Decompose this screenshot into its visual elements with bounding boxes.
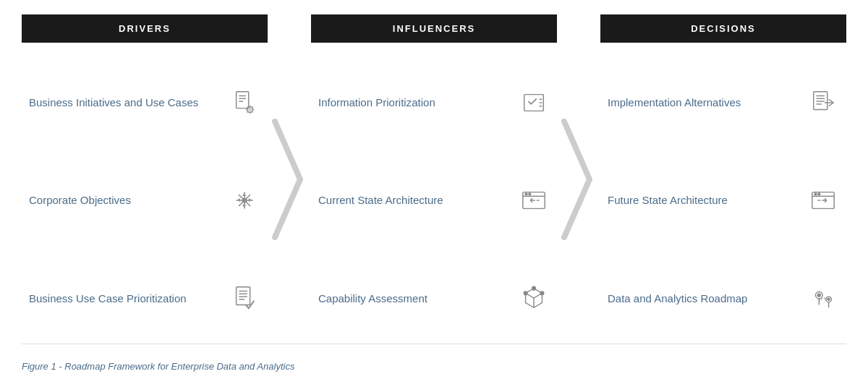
item-label: Data and Analytics Roadmap (608, 291, 799, 306)
asterisk-arrows-icon (228, 184, 260, 216)
svg-point-5 (249, 108, 251, 111)
influencers-items: Information Prioritization Curren (311, 57, 557, 344)
svg-rect-0 (236, 91, 248, 108)
list-item: Implementation Alternatives (608, 57, 839, 148)
main-content: DRIVERS Business Initiatives and Use Cas… (22, 0, 846, 379)
decisions-items: Implementation Alternatives (600, 57, 846, 344)
svg-rect-40 (813, 91, 827, 109)
item-label: Corporate Objectives (29, 192, 221, 208)
chevron-right-icon (271, 107, 307, 252)
influencers-column: INFLUENCERS Information Prioritization (311, 14, 557, 344)
svg-rect-19 (236, 287, 250, 305)
window-forward-icon (807, 184, 839, 216)
item-label: Future State Architecture (608, 192, 799, 208)
item-label: Business Use Case Prioritization (29, 291, 221, 306)
svg-point-49 (817, 193, 820, 195)
svg-point-39 (524, 291, 527, 295)
svg-point-30 (525, 193, 527, 195)
cube-network-icon (517, 282, 550, 315)
section-divider (22, 344, 846, 344)
drivers-items: Business Initiatives and Use Cases (22, 57, 268, 344)
document-list-icon (807, 86, 839, 119)
svg-point-37 (532, 287, 535, 291)
svg-line-13 (247, 111, 247, 112)
drivers-header: DRIVERS (22, 14, 268, 43)
arrow-2 (557, 14, 600, 344)
svg-point-31 (528, 193, 530, 195)
document-checkmark-icon (228, 282, 260, 315)
arrow-1 (268, 14, 311, 344)
item-label: Information Prioritization (318, 95, 510, 110)
item-label: Business Initiatives and Use Cases (29, 95, 221, 110)
list-item: Business Initiatives and Use Cases (29, 57, 260, 148)
item-label: Current State Architecture (318, 192, 510, 208)
svg-point-48 (814, 193, 817, 195)
svg-line-10 (247, 106, 247, 107)
checklist-icon (517, 86, 550, 119)
svg-line-11 (252, 111, 252, 112)
window-back-icon (517, 184, 550, 216)
map-pins-icon (807, 282, 839, 315)
item-label: Implementation Alternatives (608, 95, 799, 110)
svg-point-38 (540, 291, 544, 295)
svg-point-53 (817, 294, 820, 297)
list-item: Information Prioritization (318, 57, 550, 148)
svg-point-4 (247, 106, 252, 112)
columns-wrapper: DRIVERS Business Initiatives and Use Cas… (22, 14, 846, 344)
item-label: Capability Assessment (318, 291, 510, 306)
list-item: Current State Architecture (318, 155, 550, 245)
svg-line-12 (252, 106, 252, 107)
chevron-right-icon (561, 107, 597, 252)
list-item: Data and Analytics Roadmap (608, 253, 839, 344)
influencers-header: INFLUENCERS (311, 14, 557, 43)
document-settings-icon (228, 86, 260, 119)
decisions-header: DECISIONS (600, 14, 846, 43)
list-item: Business Use Case Prioritization (29, 253, 260, 344)
figure-caption: Figure 1 - Roadmap Framework for Enterpr… (22, 350, 846, 379)
list-item: Corporate Objectives (29, 155, 260, 245)
decisions-column: DECISIONS Implementation Alternatives (600, 14, 846, 344)
list-item: Capability Assessment (318, 253, 550, 344)
drivers-column: DRIVERS Business Initiatives and Use Cas… (22, 14, 268, 344)
list-item: Future State Architecture (608, 155, 839, 245)
